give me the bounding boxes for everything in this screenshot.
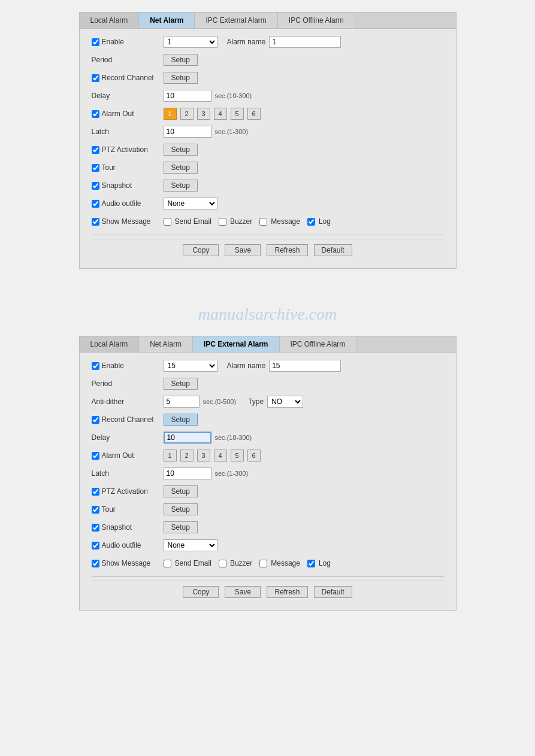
tab-ipc-offline-2[interactable]: IPC Offline Alarm [280, 336, 357, 352]
show-message-checkbox-1[interactable] [92, 218, 99, 226]
delay-input-2[interactable] [164, 432, 211, 444]
watermark: manualsarchive.com [12, 293, 523, 336]
divider-2 [92, 576, 444, 577]
alarm-name-input-2[interactable] [269, 360, 341, 372]
ptz-content-2: Setup [164, 485, 444, 497]
audio-select-2[interactable]: None [164, 539, 217, 551]
alarm-out-row-2: Alarm Out 1 2 3 4 5 6 [92, 448, 444, 463]
save-btn-2[interactable]: Save [225, 586, 261, 598]
record-channel-setup-btn-2[interactable]: Setup [164, 414, 198, 426]
alarm-out-btn-1-4[interactable]: 4 [214, 108, 227, 120]
snapshot-setup-btn-1[interactable]: Setup [164, 180, 198, 192]
latch-input-1[interactable] [164, 126, 211, 138]
tab-ipc-external-1[interactable]: IPC External Alarm [195, 13, 277, 28]
audio-row-1: Audio outfile None [92, 196, 444, 211]
alarm-out-btn-2-5[interactable]: 5 [231, 450, 244, 462]
enable-label-1: Enable [92, 38, 164, 46]
tour-checkbox-2[interactable] [92, 506, 99, 514]
audio-select-1[interactable]: None [164, 198, 217, 210]
buzzer-checkbox-1[interactable] [219, 218, 226, 226]
record-channel-label-2: Record Channel [92, 415, 164, 424]
alarm-out-btn-2-1[interactable]: 1 [164, 450, 177, 462]
show-message-label-1: Show Message [92, 217, 164, 226]
alarm-name-input-1[interactable] [269, 36, 341, 48]
ptz-setup-btn-1[interactable]: Setup [164, 144, 198, 156]
tour-setup-btn-2[interactable]: Setup [164, 503, 198, 515]
show-message-label-2: Show Message [92, 559, 164, 567]
send-email-checkbox-2[interactable] [164, 560, 171, 567]
latch-label-1: Latch [92, 127, 164, 136]
alarm-out-checkbox-1[interactable] [92, 110, 99, 118]
enable-checkbox-1[interactable] [92, 38, 99, 46]
audio-row-2: Audio outfile None [92, 538, 444, 552]
ptz-checkbox-2[interactable] [92, 488, 99, 496]
refresh-btn-2[interactable]: Refresh [267, 586, 307, 598]
enable-select-1[interactable]: 1 [164, 36, 217, 48]
anti-dither-input-2[interactable] [164, 396, 200, 408]
alarm-out-btn-1-2[interactable]: 2 [180, 108, 194, 120]
tab-bar-2: Local Alarm Net Alarm IPC External Alarm… [80, 336, 456, 353]
tab-local-alarm-1[interactable]: Local Alarm [80, 13, 140, 28]
alarm-out-btn-1-5[interactable]: 5 [231, 108, 244, 120]
ptz-row-2: PTZ Activation Setup [92, 484, 444, 499]
ptz-setup-btn-2[interactable]: Setup [164, 485, 198, 497]
log-checkbox-2[interactable] [307, 560, 315, 567]
default-btn-2[interactable]: Default [314, 586, 352, 598]
ptz-content-1: Setup [164, 144, 444, 156]
record-channel-setup-btn-1[interactable]: Setup [164, 72, 198, 84]
enable-checkbox-2[interactable] [92, 362, 99, 370]
snapshot-row-1: Snapshot Setup [92, 178, 444, 193]
default-btn-1[interactable]: Default [314, 244, 352, 256]
message-checkbox-1[interactable] [259, 218, 267, 226]
record-channel-row-1: Record Channel Setup [92, 71, 444, 85]
show-message-row-2: Show Message Send Email Buzzer Message L… [92, 556, 444, 570]
record-channel-checkbox-1[interactable] [92, 74, 99, 82]
save-btn-1[interactable]: Save [225, 244, 261, 256]
buzzer-checkbox-2[interactable] [219, 560, 226, 567]
audio-checkbox-1[interactable] [92, 200, 99, 208]
tour-content-2: Setup [164, 503, 444, 515]
alarm-out-btn-2-4[interactable]: 4 [214, 450, 227, 462]
tour-checkbox-1[interactable] [92, 164, 99, 172]
alarm-out-btn-2-6[interactable]: 6 [247, 450, 261, 462]
audio-checkbox-2[interactable] [92, 542, 99, 549]
latch-input-2[interactable] [164, 467, 211, 479]
type-select-2[interactable]: NO [267, 396, 303, 408]
copy-btn-2[interactable]: Copy [183, 586, 219, 598]
tab-ipc-offline-1[interactable]: IPC Offline Alarm [278, 13, 355, 28]
message-checkbox-2[interactable] [259, 560, 267, 567]
alarm-out-btn-1-1[interactable]: 1 [164, 108, 177, 120]
tab-net-alarm-1[interactable]: Net Alarm [139, 13, 195, 28]
tour-setup-btn-1[interactable]: Setup [164, 162, 198, 174]
copy-btn-1[interactable]: Copy [183, 244, 219, 256]
audio-content-1: None [164, 198, 444, 210]
snapshot-label-2: Snapshot [92, 523, 164, 532]
alarm-out-btn-2-3[interactable]: 3 [197, 450, 210, 462]
ptz-checkbox-1[interactable] [92, 146, 99, 154]
enable-label-2: Enable [92, 362, 164, 370]
enable-select-2[interactable]: 15 [164, 360, 217, 372]
tab-local-alarm-2[interactable]: Local Alarm [80, 336, 140, 352]
alarm-out-btn-1-3[interactable]: 3 [197, 108, 210, 120]
tab-ipc-external-2[interactable]: IPC External Alarm [193, 336, 280, 352]
tour-label-2: Tour [92, 505, 164, 514]
period-setup-btn-1[interactable]: Setup [164, 54, 198, 66]
record-channel-checkbox-2[interactable] [92, 416, 99, 424]
log-checkbox-1[interactable] [307, 218, 315, 226]
refresh-btn-1[interactable]: Refresh [267, 244, 307, 256]
snapshot-setup-btn-2[interactable]: Setup [164, 521, 198, 533]
tab-net-alarm-2[interactable]: Net Alarm [139, 336, 193, 352]
enable-content-2: 15 Alarm name [164, 360, 444, 372]
snapshot-checkbox-1[interactable] [92, 182, 99, 190]
period-setup-btn-2[interactable]: Setup [164, 378, 198, 390]
snapshot-checkbox-2[interactable] [92, 524, 99, 532]
audio-label-1: Audio outfile [92, 199, 164, 208]
delay-input-1[interactable] [164, 90, 211, 102]
footer-1: Copy Save Refresh Default [92, 239, 444, 262]
alarm-out-btn-2-2[interactable]: 2 [180, 450, 194, 462]
enable-row-1: Enable 1 Alarm name [92, 35, 444, 49]
send-email-checkbox-1[interactable] [164, 218, 171, 226]
alarm-out-btn-1-6[interactable]: 6 [247, 108, 261, 120]
alarm-out-checkbox-2[interactable] [92, 452, 99, 460]
show-message-checkbox-2[interactable] [92, 560, 99, 567]
